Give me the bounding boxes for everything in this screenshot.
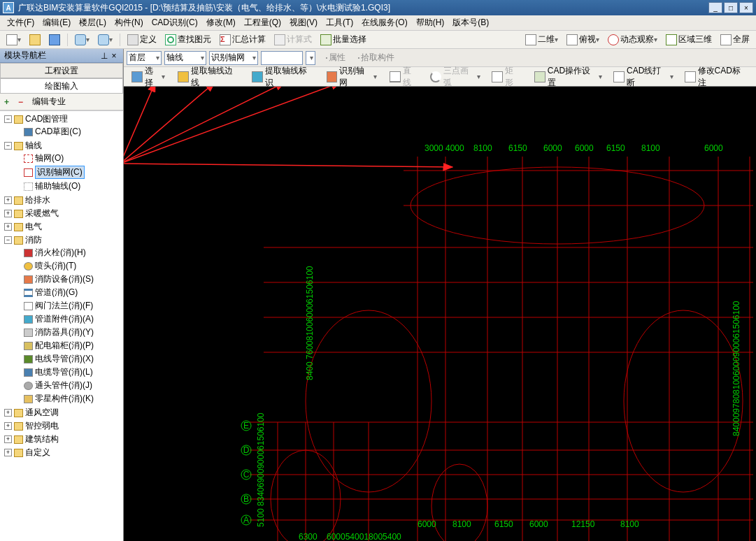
menu-file[interactable]: 文件(F) xyxy=(3,15,38,30)
tree-custom[interactable]: 自定义 xyxy=(25,447,50,459)
batch-icon xyxy=(320,34,331,45)
sidebar-header: 模块导航栏 ⊥ × xyxy=(0,49,123,63)
2d-view-button[interactable]: 二维▾ xyxy=(522,31,562,48)
toggle-icon[interactable]: + xyxy=(4,449,12,456)
tree-fire-wire[interactable]: 电线导管(消)(X) xyxy=(35,353,94,365)
tree-fire-cable[interactable]: 电缆导管(消)(L) xyxy=(35,366,93,378)
toggle-icon[interactable]: + xyxy=(4,409,12,417)
svg-point-29 xyxy=(432,464,487,541)
menu-quantity[interactable]: 工程量(Q) xyxy=(240,15,285,30)
sum-calc-button[interactable]: Σ汇总计算 xyxy=(216,31,269,48)
menu-version[interactable]: 版本号(B) xyxy=(448,15,493,30)
titlebar: A 广联达BIM安装算量软件GQI2015 - [D:\预结算及抽筋\安装（电气… xyxy=(0,0,756,15)
tree-hvac[interactable]: 通风空调 xyxy=(25,407,59,419)
svg-text:6000: 6000 xyxy=(418,519,436,529)
sigma-icon: Σ xyxy=(220,34,231,45)
tree-fire-valve[interactable]: 阀门法兰(消)(F) xyxy=(35,300,93,312)
tree-axis-aux[interactable]: 辅助轴线(O) xyxy=(35,180,80,192)
menu-tools[interactable]: 工具(T) xyxy=(322,15,357,30)
remove-icon[interactable]: − xyxy=(18,97,28,107)
folder-icon xyxy=(14,223,23,231)
menu-modify[interactable]: 修改(M) xyxy=(202,15,240,30)
search-icon xyxy=(165,34,176,45)
aux-axis-icon xyxy=(24,182,33,191)
grid-icon xyxy=(24,154,33,163)
svg-text:6000: 6000 xyxy=(704,143,723,153)
toggle-icon[interactable]: − xyxy=(4,142,12,150)
toggle-icon[interactable]: + xyxy=(4,422,12,430)
svg-text:D: D xyxy=(243,445,250,455)
tree-fire-distbox[interactable]: 配电箱柜(消)(P) xyxy=(35,340,94,352)
toggle-icon[interactable]: + xyxy=(4,210,12,217)
toggle-icon[interactable]: − xyxy=(4,115,12,123)
tree-fire-pass[interactable]: 通头管件(消)(J) xyxy=(35,380,92,391)
tree-axis-net[interactable]: 轴网(O) xyxy=(35,152,64,164)
svg-text:6300: 6300 xyxy=(299,532,318,541)
folder-icon xyxy=(14,236,23,245)
tree-fire-hydrant[interactable]: 消火栓(消)(H) xyxy=(35,247,86,259)
edit-specialty-label[interactable]: 编辑专业 xyxy=(32,96,66,108)
fullscreen-button[interactable]: 全屏 xyxy=(717,31,753,48)
menu-floor[interactable]: 楼层(L) xyxy=(75,15,110,30)
find-element-button[interactable]: 查找图元 xyxy=(162,31,215,48)
top-view-button[interactable]: 俯视▾ xyxy=(563,31,603,48)
folder-icon xyxy=(14,449,23,457)
arc-icon xyxy=(430,71,441,82)
tree-cad-management[interactable]: CAD图管理 xyxy=(25,113,68,125)
edit-specialty-row: + − 编辑专业 xyxy=(0,94,123,110)
close-panel-icon[interactable]: × xyxy=(109,51,119,61)
tree-fire-tool[interactable]: 消防器具(消)(Y) xyxy=(35,326,94,338)
menu-edit[interactable]: 编辑(E) xyxy=(38,15,75,30)
tree-fire-pipe[interactable]: 管道(消)(G) xyxy=(35,287,78,298)
menu-cad-ident[interactable]: CAD识别(C) xyxy=(148,15,202,30)
tree-smart-lowv[interactable]: 智控弱电 xyxy=(25,420,59,432)
folder-icon xyxy=(14,115,23,124)
undo-button[interactable]: ▾ xyxy=(71,32,93,48)
menu-view[interactable]: 视图(V) xyxy=(285,15,322,30)
redo-button[interactable]: ▾ xyxy=(94,32,116,48)
svg-text:E: E xyxy=(243,421,249,431)
toggle-icon[interactable]: + xyxy=(4,223,12,231)
add-icon[interactable]: + xyxy=(4,97,14,107)
tree-plumbing[interactable]: 给排水 xyxy=(25,194,50,206)
toggle-icon[interactable]: + xyxy=(4,196,12,204)
minimize-button[interactable]: _ xyxy=(708,2,722,13)
orbit-button[interactable]: 动态观察▾ xyxy=(604,31,661,48)
svg-line-63 xyxy=(124,87,341,164)
menu-online[interactable]: 在线服务(O) xyxy=(357,15,411,30)
batch-select-button[interactable]: 批量选择 xyxy=(317,31,370,48)
drawing-canvas[interactable]: 3000 4000 8100 6150 6000 6000 6150 8100 … xyxy=(124,87,756,541)
menu-component[interactable]: 构件(N) xyxy=(110,15,148,30)
tree-building-struct[interactable]: 建筑结构 xyxy=(25,433,59,445)
toggle-icon[interactable]: − xyxy=(4,236,12,244)
tree-heating-gas[interactable]: 采暖燃气 xyxy=(25,208,59,219)
zone-3d-button[interactable]: 区域三维 xyxy=(662,31,715,48)
tree-fire-nozzle[interactable]: 喷头(消)(T) xyxy=(35,260,76,272)
close-button[interactable]: × xyxy=(739,2,753,13)
menu-help[interactable]: 帮助(H) xyxy=(412,15,449,30)
tree-axis[interactable]: 轴线 xyxy=(25,140,42,152)
tab-draw-input[interactable]: 绘图输入 xyxy=(0,78,123,94)
tab-project-settings[interactable]: 工程设置 xyxy=(0,63,123,78)
fire-tool-icon xyxy=(24,329,33,337)
cad-settings-icon xyxy=(534,71,545,82)
define-button[interactable]: 定义 xyxy=(124,31,160,48)
tree-electric[interactable]: 电气 xyxy=(25,221,42,233)
pin-icon[interactable]: ⊥ xyxy=(99,51,109,61)
new-button[interactable]: ▾ xyxy=(3,32,24,48)
svg-text:6150: 6150 xyxy=(508,143,527,153)
tree-fire-misc[interactable]: 零星构件(消)(K) xyxy=(35,393,94,405)
nav-tree[interactable]: −CAD图管理 CAD草图(C) −轴线 轴网(O) 识别轴网(C) 辅助轴线(… xyxy=(0,110,123,541)
tree-cad-sketch[interactable]: CAD草图(C) xyxy=(35,126,81,138)
tree-fire-equip[interactable]: 消防设备(消)(S) xyxy=(35,273,94,285)
toggle-icon[interactable]: + xyxy=(4,435,12,443)
tree-axis-ident[interactable]: 识别轴网(C) xyxy=(35,166,85,179)
maximize-button[interactable]: □ xyxy=(724,2,738,13)
save-button[interactable] xyxy=(45,32,64,48)
window-title: 广联达BIM安装算量软件GQI2015 - [D:\预结算及抽筋\安装（电气、给… xyxy=(18,2,708,14)
tree-fire[interactable]: 消防 xyxy=(25,234,42,246)
formula-button[interactable]: 计算式 xyxy=(271,31,315,48)
open-button[interactable] xyxy=(26,32,44,48)
tree-fire-fitting[interactable]: 管道附件(消)(A) xyxy=(35,313,94,325)
cad-icon xyxy=(24,128,33,136)
